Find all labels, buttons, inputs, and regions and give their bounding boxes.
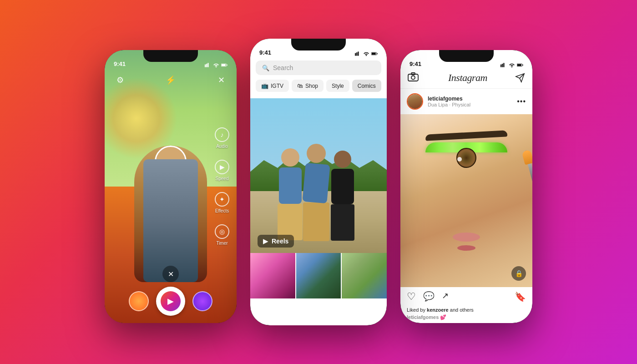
dancer-3 [330, 151, 355, 239]
svg-rect-9 [358, 51, 359, 56]
caption-username[interactable]: leticiafgomes [407, 314, 439, 320]
username[interactable]: leticiafgomes [428, 96, 470, 102]
post-image: 🔒 [400, 114, 532, 287]
audio-icon: ♪ [215, 127, 229, 142]
like-icon[interactable]: ♡ [407, 291, 416, 303]
dismiss-button[interactable]: ✕ [162, 266, 179, 282]
settings-icon[interactable]: ⚙ [113, 73, 127, 87]
lock-icon: 🔒 [511, 266, 526, 281]
svg-point-10 [366, 55, 367, 56]
post-actions: ♡ 💬 ↗ 🔖 [400, 287, 532, 306]
reels-label: Reels [272, 238, 288, 245]
time-center: 9:41 [259, 49, 271, 56]
user-avatar[interactable] [407, 93, 423, 110]
svg-rect-2 [207, 63, 208, 67]
lower-face [439, 233, 494, 260]
search-placeholder: Search [273, 64, 293, 71]
eye-region [416, 132, 516, 178]
right-screen: 9:41 [400, 50, 532, 323]
reels-play-icon: ▶ [263, 238, 268, 245]
status-icons-right [500, 63, 523, 67]
sticker-purple[interactable] [192, 291, 212, 311]
effects-icon: ✦ [215, 192, 229, 207]
sticker-orange[interactable] [129, 291, 149, 311]
tab-style[interactable]: Style [326, 80, 349, 92]
speed-control[interactable]: ▶ Speed [215, 160, 229, 181]
svg-rect-21 [408, 74, 418, 81]
notch-center [291, 39, 346, 51]
tab-igtv[interactable]: 📺 IGTV [256, 80, 289, 92]
feed-header-icons [515, 73, 525, 83]
center-phone: 9:41 🔍 Search 📺 [250, 39, 387, 325]
search-bar[interactable]: 🔍 Search [256, 61, 381, 75]
notch-right [439, 50, 494, 62]
post-caption: leticiafgomes 💕 [400, 313, 532, 321]
explore-main-image: ▶ Reels [250, 98, 387, 253]
share-icon[interactable]: ↗ [442, 291, 449, 303]
speed-icon: ▶ [215, 160, 229, 174]
explore-tabs: 📺 IGTV 🛍 Shop Style Comics [256, 80, 381, 95]
liked-by-user[interactable]: kenzoere [427, 307, 449, 313]
svg-rect-12 [372, 53, 376, 55]
phones-container: 9:41 ⚙ ⚡ ✕ [0, 0, 637, 364]
reel-bottom-controls: ▶ [105, 287, 237, 316]
close-icon[interactable]: ✕ [214, 73, 228, 87]
timer-icon: ◎ [215, 224, 229, 239]
liked-by-suffix: and others [450, 307, 474, 313]
camera-icon[interactable] [408, 72, 420, 83]
svg-rect-20 [522, 65, 523, 66]
flash-icon[interactable]: ⚡ [166, 75, 176, 85]
svg-point-17 [511, 66, 513, 67]
grid-thumb-people[interactable] [296, 253, 341, 298]
svg-rect-23 [411, 73, 415, 75]
comment-icon[interactable]: 💬 [423, 291, 435, 303]
more-options-icon[interactable]: ••• [517, 97, 526, 106]
close-x-icon: ✕ [168, 270, 174, 278]
svg-rect-1 [206, 64, 207, 67]
save-icon[interactable]: 🔖 [515, 291, 526, 302]
grid-thumb-flowers[interactable] [250, 253, 295, 298]
tab-shop-label: Shop [305, 83, 318, 89]
status-icons-left [205, 63, 228, 67]
tab-comics[interactable]: Comics [352, 80, 381, 92]
app-logo: Instagram [448, 72, 487, 84]
svg-rect-5 [222, 64, 226, 66]
dancer-1 [278, 148, 303, 239]
liked-by-section: Liked by kenzoere and others [400, 306, 532, 313]
svg-rect-8 [356, 52, 357, 56]
capture-button[interactable]: ▶ [156, 287, 185, 316]
timer-control[interactable]: ◎ Timer [215, 224, 229, 246]
tab-comics-label: Comics [358, 83, 376, 89]
svg-rect-14 [500, 64, 501, 67]
effects-label: Effects [215, 208, 229, 213]
dancer-2 [303, 144, 330, 239]
user-info: leticiafgomes Dua Lipa · Physical [428, 96, 470, 107]
reel-side-controls: ♪ Audio ▶ Speed ✦ Effects ◎ Timer [215, 127, 229, 246]
svg-rect-0 [205, 64, 206, 67]
send-icon[interactable] [515, 73, 525, 83]
svg-rect-6 [227, 65, 227, 66]
capture-inner: ▶ [161, 291, 181, 311]
search-icon: 🔍 [262, 65, 269, 71]
effects-control[interactable]: ✦ Effects [215, 192, 229, 213]
svg-point-3 [216, 66, 217, 67]
liked-by-text: Liked by [407, 307, 425, 313]
left-screen: 9:41 ⚙ ⚡ ✕ [105, 50, 237, 323]
time-left: 9:41 [114, 61, 126, 67]
explore-grid [250, 253, 387, 298]
svg-rect-7 [355, 53, 356, 56]
caption-emoji: 💕 [440, 314, 446, 320]
tab-shop[interactable]: 🛍 Shop [292, 80, 324, 92]
shop-icon: 🛍 [297, 82, 303, 89]
audio-control[interactable]: ♪ Audio [215, 127, 229, 149]
time-right: 9:41 [410, 61, 421, 67]
igtv-icon: 📺 [261, 82, 268, 89]
tab-igtv-label: IGTV [271, 83, 283, 89]
person-silhouette [134, 146, 207, 282]
grid-thumb-skate[interactable] [342, 253, 387, 298]
right-phone: 9:41 [400, 50, 532, 323]
avatar-image [408, 94, 422, 109]
post-header: leticiafgomes Dua Lipa · Physical ••• [400, 89, 532, 114]
timer-label: Timer [216, 241, 228, 246]
reels-badge: ▶ Reels [258, 235, 294, 248]
